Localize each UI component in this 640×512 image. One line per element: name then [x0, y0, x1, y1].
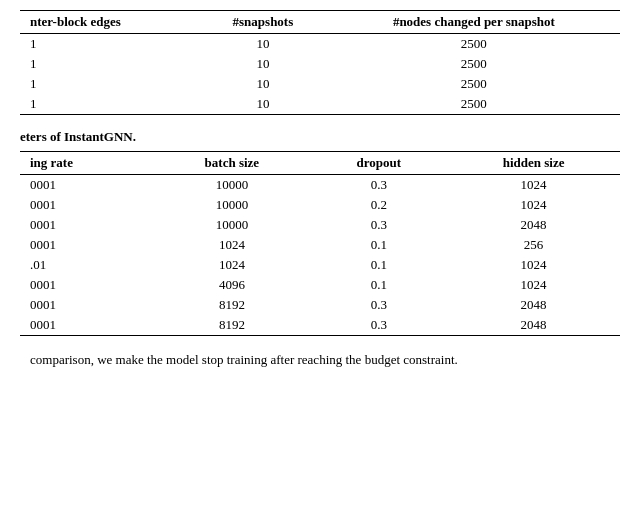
table-row: 1 10 2500 — [20, 94, 620, 115]
t2-r7-c4: 2048 — [447, 295, 620, 315]
table2-section-title: eters of InstantGNN. — [20, 129, 620, 145]
body-paragraph: comparison, we make the model stop train… — [20, 350, 620, 370]
t2-r6-c2: 4096 — [153, 275, 311, 295]
t2-r8-c1: 0001 — [20, 315, 153, 336]
table-row: 1 10 2500 — [20, 54, 620, 74]
table2: ing rate batch size dropout hidden size … — [20, 151, 620, 336]
t2-r5-c1: .01 — [20, 255, 153, 275]
t1-r1-c2: 10 — [198, 34, 328, 55]
t2-r4-c3: 0.1 — [311, 235, 447, 255]
t2-r2-c1: 0001 — [20, 195, 153, 215]
t1-r2-c2: 10 — [198, 54, 328, 74]
table-row: 0001 1024 0.1 256 — [20, 235, 620, 255]
table-row: 1 10 2500 — [20, 34, 620, 55]
t2-r1-c4: 1024 — [447, 175, 620, 196]
t2-r6-c1: 0001 — [20, 275, 153, 295]
t2-r3-c1: 0001 — [20, 215, 153, 235]
t1-r4-c1: 1 — [20, 94, 198, 115]
t2-r7-c2: 8192 — [153, 295, 311, 315]
table-row: 0001 8192 0.3 2048 — [20, 315, 620, 336]
table1-col2-header: #snapshots — [198, 11, 328, 34]
t1-r1-c1: 1 — [20, 34, 198, 55]
t2-r1-c2: 10000 — [153, 175, 311, 196]
t2-r8-c4: 2048 — [447, 315, 620, 336]
t2-r4-c4: 256 — [447, 235, 620, 255]
t2-r4-c1: 0001 — [20, 235, 153, 255]
table-row: 0001 8192 0.3 2048 — [20, 295, 620, 315]
t2-r7-c3: 0.3 — [311, 295, 447, 315]
t1-r3-c3: 2500 — [328, 74, 620, 94]
table-row: .01 1024 0.1 1024 — [20, 255, 620, 275]
table-row: 0001 10000 0.3 1024 — [20, 175, 620, 196]
t2-r3-c2: 10000 — [153, 215, 311, 235]
table1-col1-header: nter-block edges — [20, 11, 198, 34]
table2-col4-header: hidden size — [447, 152, 620, 175]
t1-r3-c1: 1 — [20, 74, 198, 94]
table1: nter-block edges #snapshots #nodes chang… — [20, 10, 620, 115]
table-row: 0001 10000 0.3 2048 — [20, 215, 620, 235]
t1-r3-c2: 10 — [198, 74, 328, 94]
t1-r2-c3: 2500 — [328, 54, 620, 74]
table-row: 1 10 2500 — [20, 74, 620, 94]
t1-r4-c3: 2500 — [328, 94, 620, 115]
t2-r2-c2: 10000 — [153, 195, 311, 215]
t2-r3-c3: 0.3 — [311, 215, 447, 235]
t2-r5-c4: 1024 — [447, 255, 620, 275]
t1-r1-c3: 2500 — [328, 34, 620, 55]
t2-r1-c1: 0001 — [20, 175, 153, 196]
table2-col2-header: batch size — [153, 152, 311, 175]
table2-col3-header: dropout — [311, 152, 447, 175]
t2-r2-c4: 1024 — [447, 195, 620, 215]
t2-r7-c1: 0001 — [20, 295, 153, 315]
t2-r4-c2: 1024 — [153, 235, 311, 255]
t2-r8-c3: 0.3 — [311, 315, 447, 336]
t2-r3-c4: 2048 — [447, 215, 620, 235]
table-row: 0001 10000 0.2 1024 — [20, 195, 620, 215]
t2-r5-c2: 1024 — [153, 255, 311, 275]
table2-col1-header: ing rate — [20, 152, 153, 175]
t2-r8-c2: 8192 — [153, 315, 311, 336]
t1-r4-c2: 10 — [198, 94, 328, 115]
t1-r2-c1: 1 — [20, 54, 198, 74]
t2-r1-c3: 0.3 — [311, 175, 447, 196]
table-row: 0001 4096 0.1 1024 — [20, 275, 620, 295]
t2-r5-c3: 0.1 — [311, 255, 447, 275]
t2-r6-c4: 1024 — [447, 275, 620, 295]
table1-col3-header: #nodes changed per snapshot — [328, 11, 620, 34]
t2-r6-c3: 0.1 — [311, 275, 447, 295]
t2-r2-c3: 0.2 — [311, 195, 447, 215]
